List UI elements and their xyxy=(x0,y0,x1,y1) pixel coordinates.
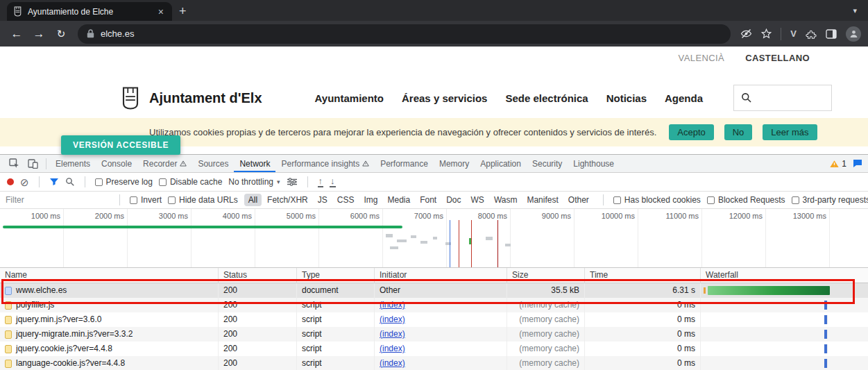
column-header-initiator[interactable]: Initiator xyxy=(375,268,507,283)
device-toolbar-icon[interactable] xyxy=(24,159,42,169)
column-header-status[interactable]: Status xyxy=(219,268,297,283)
side-panel-icon[interactable] xyxy=(826,29,837,39)
checkbox-box xyxy=(613,196,621,204)
request-type-chip[interactable]: Font xyxy=(416,194,441,206)
request-type-chip[interactable]: Manifest xyxy=(522,194,562,206)
network-overview-timeline[interactable]: 1000 ms2000 ms3000 ms4000 ms5000 ms6000 … xyxy=(0,209,868,268)
lang-valencia-link[interactable]: VALENCIÀ xyxy=(679,53,725,63)
record-button[interactable] xyxy=(7,178,14,185)
has-blocked-cookies-checkbox[interactable]: Has blocked cookies xyxy=(613,195,701,205)
timeline-resource-blob xyxy=(411,235,416,238)
column-header-size[interactable]: Size xyxy=(507,268,585,283)
warning-badge[interactable]: 1 xyxy=(830,159,846,169)
clear-icon[interactable]: ⊘ xyxy=(20,177,29,187)
network-conditions-icon[interactable] xyxy=(287,178,298,186)
request-type-chip[interactable]: Media xyxy=(383,194,414,206)
devtools-tab[interactable]: Recorder xyxy=(137,155,192,172)
warning-count: 1 xyxy=(842,159,846,169)
checkbox-box xyxy=(707,196,715,204)
hide-data-urls-checkbox[interactable]: Hide data URLs xyxy=(168,195,238,205)
inspect-element-icon[interactable] xyxy=(5,158,24,169)
filter-funnel-icon[interactable] xyxy=(49,178,59,186)
disable-cache-checkbox[interactable]: Disable cache xyxy=(159,177,222,187)
tab-strip-chevron-icon[interactable]: ▾ xyxy=(853,7,857,15)
cookie-accept-button[interactable]: Acepto xyxy=(669,124,713,140)
network-filter-bar: Invert Hide data URLs AllFetch/XHRJSCSSI… xyxy=(0,192,868,209)
devtools-tab[interactable]: Console xyxy=(96,155,137,172)
waterfall-bar xyxy=(824,315,828,324)
devtools-tab[interactable]: Sources xyxy=(192,155,234,172)
lang-castellano-link[interactable]: CASTELLANO xyxy=(745,53,810,63)
devtools-tab[interactable]: Performance xyxy=(375,155,434,172)
bookmark-star-icon[interactable] xyxy=(761,28,772,39)
site-nav-item[interactable]: Sede electrónica xyxy=(505,92,588,104)
file-type-icon xyxy=(5,316,12,324)
reload-button[interactable]: ↻ xyxy=(50,28,72,39)
address-bar[interactable]: elche.es xyxy=(78,24,731,44)
column-header-type[interactable]: Type xyxy=(297,268,375,283)
new-tab-button[interactable]: + xyxy=(179,5,187,17)
site-nav-item[interactable]: Áreas y servicios xyxy=(402,92,487,104)
request-row[interactable]: www.elche.es 200 document Other 35.5 kB … xyxy=(0,283,868,298)
export-har-icon[interactable]: ↓ xyxy=(330,177,336,187)
request-row[interactable]: jquery-migrate.min.js?ver=3.3.2 200 scri… xyxy=(0,327,868,342)
preserve-log-checkbox[interactable]: Preserve log xyxy=(95,177,153,187)
network-search-icon[interactable] xyxy=(65,177,75,187)
accessible-version-button[interactable]: VERSIÓN ACCESIBLE xyxy=(61,135,180,155)
request-row[interactable]: polyfiller.js 200 script (index) (memory… xyxy=(0,298,868,312)
devtools-tab[interactable]: Memory xyxy=(434,155,475,172)
request-type-chip[interactable]: Other xyxy=(564,194,593,206)
request-type-chip[interactable]: All xyxy=(244,194,262,206)
file-type-icon xyxy=(5,287,12,295)
waterfall-bar xyxy=(824,301,828,310)
site-nav-item[interactable]: Ayuntamiento xyxy=(315,92,384,104)
devtools-tab[interactable]: Security xyxy=(527,155,568,172)
column-header-waterfall[interactable]: Waterfall xyxy=(701,268,868,283)
toolbar-divider xyxy=(781,28,781,40)
extensions-puzzle-icon[interactable] xyxy=(806,28,817,40)
eye-off-icon[interactable] xyxy=(740,28,752,39)
waterfall-bar xyxy=(824,359,828,368)
blocked-requests-checkbox[interactable]: Blocked Requests xyxy=(707,195,785,205)
request-type-chip[interactable]: JS xyxy=(314,194,332,206)
request-row[interactable]: jquery.min.js?ver=3.6.0 200 script (inde… xyxy=(0,312,868,327)
request-type-chip[interactable]: WS xyxy=(467,194,488,206)
request-type-chip[interactable]: CSS xyxy=(333,194,359,206)
profile-avatar[interactable] xyxy=(846,26,861,42)
issues-icon[interactable] xyxy=(853,159,862,168)
request-row[interactable]: language-cookie.js?ver=4.4.8 200 script … xyxy=(0,356,868,370)
devtools-tab[interactable]: Application xyxy=(475,155,527,172)
third-party-requests-checkbox[interactable]: 3rd-party requests xyxy=(792,195,868,205)
lock-icon[interactable] xyxy=(87,29,94,38)
devtools-tab[interactable]: Elements xyxy=(50,155,96,172)
request-type-chip[interactable]: Fetch/XHR xyxy=(263,194,312,206)
site-nav-item[interactable]: Agenda xyxy=(665,92,703,104)
extension-v-icon[interactable]: V xyxy=(790,28,797,39)
column-header-time[interactable]: Time xyxy=(585,268,701,283)
import-har-icon[interactable]: ↑ xyxy=(318,177,324,187)
devtools-status-icons: 1 xyxy=(830,159,862,169)
forward-button[interactable]: → xyxy=(28,28,50,40)
site-nav-item[interactable]: Noticias xyxy=(606,92,647,104)
site-search-box[interactable] xyxy=(733,85,832,111)
checkbox-box xyxy=(95,178,103,186)
divider xyxy=(603,194,604,205)
request-type-chip[interactable]: Img xyxy=(359,194,382,206)
request-row[interactable]: jquery.cookie.js?ver=4.4.8 200 script (i… xyxy=(0,342,868,356)
devtools-tab[interactable]: Performance insights xyxy=(275,155,375,172)
invert-checkbox[interactable]: Invert xyxy=(130,195,162,205)
filter-input[interactable] xyxy=(6,195,110,205)
devtools-tab[interactable]: Network xyxy=(234,155,275,172)
devtools-tab[interactable]: Lighthouse xyxy=(568,155,620,172)
browser-tab[interactable]: Ayuntamiento de Elche × xyxy=(7,2,172,21)
request-type-chip[interactable]: Wasm xyxy=(490,194,522,206)
tab-close-icon[interactable]: × xyxy=(156,6,166,17)
back-button[interactable]: ← xyxy=(6,28,28,40)
site-logo[interactable]: Ajuntament d'Elx xyxy=(120,86,262,110)
column-header-name[interactable]: Name xyxy=(0,268,219,283)
cookie-no-button[interactable]: No xyxy=(724,124,753,140)
throttling-dropdown[interactable]: No throttling ▾ xyxy=(228,177,280,187)
timeline-tick-label: 6000 ms xyxy=(319,209,383,267)
cookie-more-button[interactable]: Leer más xyxy=(763,124,817,140)
request-type-chip[interactable]: Doc xyxy=(442,194,465,206)
